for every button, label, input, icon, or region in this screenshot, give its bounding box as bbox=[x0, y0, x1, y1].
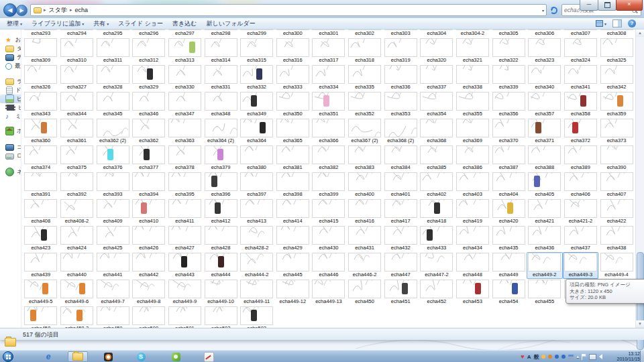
file-item[interactable]: echa441 bbox=[95, 252, 131, 279]
file-item[interactable]: echa409 bbox=[95, 198, 131, 225]
file-item[interactable]: echa431 bbox=[347, 225, 383, 252]
file-item[interactable]: echa400 bbox=[347, 172, 383, 198]
file-item[interactable]: echa421 bbox=[527, 198, 563, 225]
file-item[interactable]: echa389 bbox=[563, 145, 599, 172]
file-item[interactable]: echa449-2 bbox=[527, 252, 563, 279]
sidebar-item-star[interactable]: ★お気に入り bbox=[0, 36, 21, 44]
file-item[interactable]: echa294 bbox=[59, 29, 95, 38]
file-item[interactable]: echa339 bbox=[490, 64, 527, 91]
file-item[interactable]: echa500 bbox=[131, 306, 167, 328]
breadcrumb-current[interactable]: echa bbox=[72, 7, 90, 13]
forward-button[interactable]: ▶ bbox=[16, 5, 28, 16]
file-item[interactable]: echa454 bbox=[490, 279, 527, 306]
file-item[interactable]: echa360 bbox=[23, 118, 59, 145]
file-item[interactable]: echa434 bbox=[455, 225, 491, 252]
file-item[interactable]: echa410 bbox=[131, 198, 167, 225]
file-item[interactable]: echa449-11 bbox=[239, 279, 275, 306]
file-item[interactable]: echa364 (2) bbox=[203, 118, 239, 145]
file-item[interactable]: echa439 bbox=[23, 252, 59, 279]
file-item[interactable]: echa449 bbox=[490, 252, 527, 279]
network-icon[interactable] bbox=[589, 354, 596, 360]
file-item[interactable]: echa346 bbox=[131, 91, 167, 118]
file-item[interactable]: echa366 bbox=[311, 118, 347, 145]
file-item[interactable]: echa376 bbox=[95, 145, 131, 172]
file-item[interactable]: echa336 bbox=[382, 64, 419, 91]
file-item[interactable]: echa354 bbox=[419, 91, 455, 118]
change-view-button[interactable]: ▾ bbox=[596, 20, 606, 27]
tray-app-icon[interactable]: ♥ bbox=[521, 353, 524, 360]
file-item[interactable]: echa299 bbox=[239, 29, 275, 38]
scroll-up-icon[interactable]: ▲ bbox=[636, 29, 644, 37]
file-item[interactable]: echa350 bbox=[274, 91, 311, 118]
file-item[interactable]: echa408-2 bbox=[59, 198, 95, 225]
file-item[interactable]: echa378 bbox=[167, 145, 203, 172]
file-item[interactable]: echa310 bbox=[59, 38, 95, 64]
file-item[interactable]: echa379 bbox=[203, 145, 239, 172]
sidebar-item-disk[interactable]: ローカルディスク bbox=[0, 152, 21, 160]
file-item[interactable]: echa318 bbox=[347, 38, 383, 64]
tray-app-icon[interactable] bbox=[561, 355, 566, 359]
file-item[interactable]: echa323 bbox=[527, 38, 563, 64]
file-item[interactable]: echa381 bbox=[274, 145, 311, 172]
file-item[interactable]: echa302 bbox=[347, 29, 383, 38]
file-item[interactable]: echa447-2 bbox=[419, 252, 455, 279]
breadcrumb-root[interactable]: スタ学 bbox=[47, 6, 69, 15]
file-item[interactable]: echa404 bbox=[490, 172, 527, 198]
start-button[interactable] bbox=[3, 351, 13, 362]
file-item[interactable]: echa377 bbox=[131, 145, 167, 172]
tray-app-icon[interactable] bbox=[548, 355, 552, 359]
address-bar[interactable]: ▸ スタ学 ▸ echa ▾ bbox=[30, 4, 547, 16]
back-button[interactable]: ◀ bbox=[3, 3, 17, 17]
show-desktop-button[interactable] bbox=[640, 351, 644, 362]
sidebar-item-homegroup[interactable]: ホームグループ bbox=[0, 127, 21, 135]
help-button[interactable]: ? bbox=[628, 19, 636, 27]
file-item[interactable]: echa423 bbox=[23, 225, 59, 252]
file-item[interactable]: echa314 bbox=[203, 38, 239, 64]
sidebar-item-videos[interactable]: ビデオ bbox=[0, 103, 21, 112]
file-item[interactable]: echa402 bbox=[419, 172, 455, 198]
file-item[interactable]: echa414 bbox=[274, 198, 311, 225]
file-item[interactable]: echa392 bbox=[59, 172, 95, 198]
file-item[interactable]: echa300 bbox=[274, 29, 311, 38]
file-item[interactable]: echa304-2 bbox=[455, 29, 491, 38]
file-item[interactable]: echa319 bbox=[382, 38, 419, 64]
file-item[interactable]: echa327 bbox=[59, 64, 95, 91]
file-item[interactable]: echa321 bbox=[455, 38, 491, 64]
file-item[interactable]: echa331 bbox=[203, 64, 239, 91]
file-item[interactable]: echa374 bbox=[23, 145, 59, 172]
file-item[interactable]: echa427 bbox=[167, 225, 203, 252]
file-item[interactable]: echa303 bbox=[382, 29, 419, 38]
ime-mode-indicator[interactable]: A bbox=[527, 354, 531, 360]
scroll-down-icon[interactable]: ▼ bbox=[636, 320, 644, 328]
file-item[interactable]: echa413 bbox=[239, 198, 275, 225]
file-item[interactable]: echa417 bbox=[382, 198, 419, 225]
file-item[interactable]: echa328 bbox=[95, 64, 131, 91]
file-item[interactable]: echa298 bbox=[203, 29, 239, 38]
file-item[interactable]: echa449-9 bbox=[167, 279, 203, 306]
file-item[interactable]: echa342 bbox=[598, 64, 635, 91]
file-item[interactable]: echa459 bbox=[95, 306, 131, 328]
tray-app-icon[interactable] bbox=[555, 355, 559, 359]
file-item[interactable]: echa329 bbox=[131, 64, 167, 91]
file-item[interactable]: echa369 bbox=[455, 118, 491, 145]
file-item[interactable]: echa435 bbox=[490, 225, 527, 252]
taskbar-app-media-player[interactable] bbox=[98, 351, 118, 362]
file-item[interactable]: echa447 bbox=[382, 252, 419, 279]
file-item[interactable]: echa386 bbox=[455, 145, 491, 172]
file-item[interactable]: echa449-13 bbox=[311, 279, 347, 306]
sidebar-item-computer[interactable]: コンピューター bbox=[0, 143, 21, 152]
file-item[interactable]: echa372 bbox=[563, 118, 599, 145]
file-item[interactable]: echa364 bbox=[239, 118, 275, 145]
file-item[interactable]: echa428 bbox=[203, 225, 239, 252]
file-item[interactable]: echa453 bbox=[455, 279, 491, 306]
file-item[interactable]: echa411 bbox=[167, 198, 203, 225]
file-item[interactable]: echa449-12 bbox=[274, 279, 311, 306]
file-item[interactable]: echa424 bbox=[59, 225, 95, 252]
preview-pane-button[interactable] bbox=[612, 19, 622, 27]
file-item[interactable]: echa363 bbox=[167, 118, 203, 145]
file-item[interactable]: echa428-2 bbox=[239, 225, 275, 252]
taskbar-clock[interactable]: 13:12 2010/11/15 bbox=[616, 351, 640, 362]
file-item[interactable]: echa347 bbox=[167, 91, 203, 118]
toolbar-item-5[interactable]: 書き込む bbox=[172, 19, 197, 28]
file-item[interactable]: echa438 bbox=[598, 225, 635, 252]
